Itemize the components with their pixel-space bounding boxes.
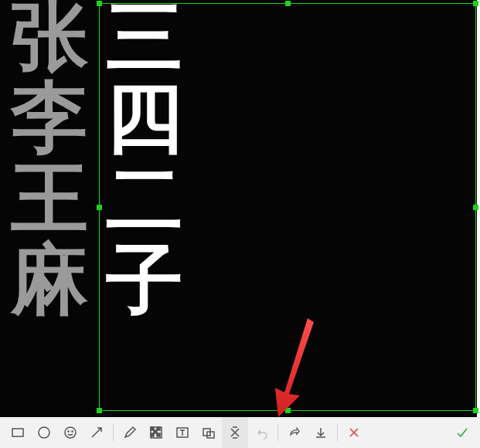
resize-handle-n[interactable] bbox=[285, 1, 291, 6]
bg-char-1: 李 bbox=[11, 76, 88, 158]
emoji-icon bbox=[63, 426, 77, 440]
background-text-element: 张 李 王 麻 bbox=[11, 0, 88, 320]
toolbar-separator bbox=[113, 424, 114, 441]
canvas[interactable]: 张 李 王 麻 三 四 二 子 bbox=[0, 0, 477, 417]
tool-text-button[interactable] bbox=[169, 417, 196, 448]
share-button[interactable] bbox=[281, 417, 308, 448]
tool-pen-button[interactable] bbox=[117, 417, 143, 448]
download-icon bbox=[314, 426, 328, 440]
cancel-button[interactable] bbox=[341, 417, 367, 448]
svg-rect-10 bbox=[151, 433, 154, 436]
resize-handle-se[interactable] bbox=[473, 408, 478, 413]
toolbar bbox=[0, 417, 480, 448]
save-button[interactable] bbox=[308, 417, 334, 448]
svg-rect-11 bbox=[157, 433, 160, 436]
sel-char-0: 三 bbox=[106, 0, 183, 77]
resize-handle-w[interactable] bbox=[97, 205, 102, 210]
rectangle-icon bbox=[11, 426, 25, 440]
sel-char-1: 四 bbox=[106, 77, 183, 158]
sel-char-3: 子 bbox=[106, 239, 183, 321]
resize-handle-nw[interactable] bbox=[97, 1, 102, 6]
undo-icon bbox=[254, 426, 268, 440]
arrow-icon bbox=[90, 426, 104, 440]
svg-point-2 bbox=[39, 427, 49, 438]
resize-handle-s[interactable] bbox=[285, 408, 291, 413]
svg-point-3 bbox=[65, 427, 76, 438]
bg-char-3: 麻 bbox=[11, 239, 88, 320]
tool-undo-button[interactable] bbox=[248, 417, 274, 448]
confirm-button[interactable] bbox=[449, 417, 475, 448]
circle-icon bbox=[37, 426, 51, 440]
text-selection-bounding-box[interactable]: 三 四 二 子 bbox=[99, 3, 476, 411]
mosaic-icon bbox=[149, 426, 163, 440]
selected-text-element[interactable]: 三 四 二 子 bbox=[106, 0, 183, 321]
screenshot-editor: 张 李 王 麻 三 四 二 子 bbox=[0, 0, 480, 448]
sel-char-2: 二 bbox=[106, 158, 183, 239]
tool-arrow-button[interactable] bbox=[83, 417, 110, 448]
tool-pin-button[interactable] bbox=[222, 417, 248, 448]
check-icon bbox=[455, 426, 469, 440]
pen-icon bbox=[123, 426, 137, 440]
tool-mosaic-button[interactable] bbox=[143, 417, 169, 448]
svg-rect-1 bbox=[12, 429, 23, 436]
svg-point-5 bbox=[72, 431, 73, 432]
tool-rectangle-button[interactable] bbox=[5, 417, 31, 448]
resize-handle-sw[interactable] bbox=[97, 408, 102, 413]
resize-handle-ne[interactable] bbox=[473, 1, 478, 6]
toolbar-separator bbox=[277, 424, 278, 441]
resize-handle-e[interactable] bbox=[473, 205, 478, 210]
bg-char-2: 王 bbox=[11, 158, 88, 239]
toolbar-separator bbox=[337, 424, 338, 441]
tool-sticker-button[interactable] bbox=[57, 417, 83, 448]
bg-char-0: 张 bbox=[11, 0, 88, 76]
pin-icon bbox=[228, 426, 242, 440]
text-icon bbox=[175, 426, 189, 440]
share-icon bbox=[288, 426, 301, 440]
close-icon bbox=[347, 426, 361, 440]
tool-ellipse-button[interactable] bbox=[31, 417, 57, 448]
tool-sequence-button[interactable] bbox=[196, 417, 222, 448]
sequence-icon bbox=[202, 426, 216, 440]
svg-point-4 bbox=[68, 431, 69, 432]
